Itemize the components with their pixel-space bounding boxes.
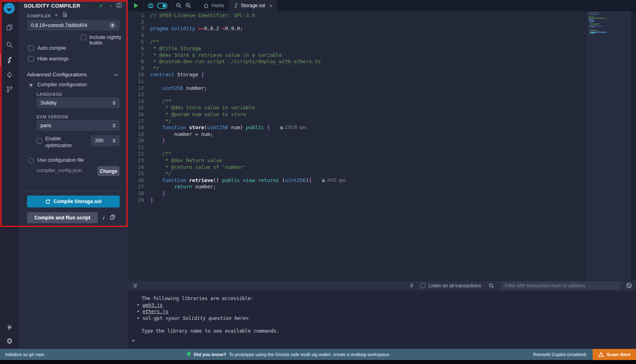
activity-bar bbox=[0, 0, 19, 349]
code-line[interactable]: 27 return number; bbox=[128, 184, 584, 190]
remix-logo[interactable] bbox=[4, 3, 15, 14]
evm-version-select[interactable]: paris bbox=[37, 120, 120, 131]
code-token: num) bbox=[228, 124, 246, 131]
solidity-compiler-icon[interactable] bbox=[0, 53, 19, 67]
code-line[interactable]: 10contract Storage { bbox=[128, 72, 584, 78]
code-token: */ bbox=[150, 170, 171, 177]
compile-and-run-button[interactable]: Compile and Run script bbox=[27, 212, 98, 223]
info-icon[interactable]: i bbox=[103, 215, 104, 221]
code-token: /** bbox=[150, 39, 159, 45]
auto-compile-label: Auto compile bbox=[37, 45, 66, 51]
code-line[interactable]: 16 * @param num value to store bbox=[128, 111, 584, 118]
collapse-terminal-icon[interactable] bbox=[130, 281, 140, 290]
hide-warnings-checkbox[interactable] bbox=[28, 56, 34, 62]
code-line[interactable]: 25 */ bbox=[128, 170, 584, 177]
code-line[interactable]: 23 * @dev Return value bbox=[128, 157, 584, 164]
code-token: public bbox=[246, 124, 267, 131]
panel-forward-chevron-icon[interactable]: › bbox=[110, 3, 111, 9]
code-line[interactable]: 22 /** bbox=[128, 151, 584, 157]
code-line[interactable]: 29} bbox=[128, 197, 584, 204]
scam-alert-button[interactable]: Scam Alert bbox=[593, 349, 636, 360]
plugin-manager-icon[interactable] bbox=[0, 320, 19, 334]
advanced-configurations-header[interactable]: Advanced Configurations bbox=[27, 72, 87, 77]
code-line[interactable]: 17 */ bbox=[128, 118, 584, 125]
search-icon[interactable] bbox=[0, 38, 19, 52]
ai-copilot-toggle[interactable] bbox=[155, 1, 169, 10]
code-line[interactable]: 18 function store(uint256 num) public {2… bbox=[128, 124, 584, 131]
initialize-git-repo-button[interactable]: Initialize as git repo bbox=[5, 352, 44, 357]
code-line[interactable]: 2 bbox=[128, 19, 584, 26]
enable-optimization-checkbox[interactable] bbox=[37, 138, 42, 143]
code-line[interactable]: 14 /** bbox=[128, 98, 584, 105]
line-number: 12 bbox=[128, 85, 150, 92]
code-line[interactable]: 8 * @custom:dev-run-script ./scripts/dep… bbox=[128, 58, 584, 65]
listen-all-transactions-checkbox[interactable] bbox=[420, 283, 425, 288]
code-line[interactable]: 24 * @return value of 'number' bbox=[128, 164, 584, 171]
code-line[interactable]: 1// SPDX-License-Identifier: GPL-3.0 bbox=[128, 12, 584, 19]
tab-home[interactable]: Home bbox=[199, 0, 229, 11]
code-editor[interactable]: 1// SPDX-License-Identifier: GPL-3.023pr… bbox=[128, 11, 636, 280]
close-tab-icon[interactable]: × bbox=[270, 3, 273, 9]
gas-estimate: 22520 gas bbox=[280, 124, 306, 131]
editor-minimap[interactable] bbox=[587, 11, 631, 280]
zoom-in-icon[interactable] bbox=[184, 1, 193, 10]
compiler-configuration-radio[interactable] bbox=[28, 82, 34, 88]
code-token bbox=[150, 85, 162, 92]
language-select[interactable]: Solidity bbox=[37, 97, 120, 108]
language-stepper-icon bbox=[112, 101, 116, 105]
compile-button[interactable]: Compile Storage.sol bbox=[27, 196, 120, 207]
code-line[interactable]: 26 function retrieve() public view retur… bbox=[128, 177, 584, 184]
copilot-status[interactable]: RemixAI Copilot (enabled) bbox=[533, 352, 586, 357]
code-token: * @dev Return value bbox=[150, 157, 222, 164]
code-line[interactable]: 21 bbox=[128, 144, 584, 151]
file-explorer-icon[interactable] bbox=[0, 21, 19, 34]
add-compiler-icon[interactable]: + bbox=[54, 11, 58, 18]
panel-divider bbox=[24, 191, 123, 192]
auto-compile-checkbox[interactable] bbox=[28, 45, 34, 51]
code-line[interactable]: 19 number = num; bbox=[128, 131, 584, 138]
code-line[interactable]: 3pragma solidity >=0.8.2 <0.9.0; bbox=[128, 25, 584, 32]
use-configuration-file-radio[interactable] bbox=[28, 158, 34, 163]
code-line[interactable]: 4 bbox=[128, 32, 584, 39]
copy-icon[interactable] bbox=[110, 215, 115, 221]
settings-gear-icon[interactable] bbox=[0, 334, 19, 347]
terminal-prompt[interactable]: > bbox=[132, 338, 135, 343]
remix-ai-robot-icon[interactable] bbox=[146, 1, 155, 10]
line-number: 16 bbox=[128, 111, 150, 118]
code-line[interactable]: 5/** bbox=[128, 39, 584, 45]
code-line[interactable]: 15 * @dev Store value in variable bbox=[128, 105, 584, 111]
code-line[interactable]: 6 * @title Storage bbox=[128, 45, 584, 52]
terminal-library-link[interactable]: web3.js bbox=[142, 302, 163, 308]
code-line[interactable]: 13 bbox=[128, 91, 584, 98]
compiler-version-select[interactable]: 0.8.19+commit.7dd6d404 bbox=[27, 20, 120, 31]
code-line[interactable]: 11 bbox=[128, 78, 584, 85]
tab-storage-sol[interactable]: Storage.sol × bbox=[229, 0, 277, 11]
transaction-filter-input[interactable] bbox=[501, 281, 620, 290]
optimization-runs-input[interactable]: 200 bbox=[91, 135, 120, 146]
zoom-out-icon[interactable] bbox=[174, 1, 184, 10]
compile-success-check-icon: ✓ bbox=[99, 3, 103, 9]
git-icon[interactable] bbox=[0, 83, 19, 96]
terminal-library-link[interactable]: ethers.js bbox=[142, 309, 168, 314]
code-line[interactable]: 7 * @dev Store & retrieve value in a var… bbox=[128, 52, 584, 59]
code-line[interactable]: 12 uint256 number; bbox=[128, 85, 584, 92]
include-nightly-checkbox[interactable] bbox=[81, 35, 86, 40]
code-line[interactable]: 28 } bbox=[128, 190, 584, 197]
listen-all-transactions-label: Listen on all transactions bbox=[429, 283, 481, 288]
chevron-down-icon[interactable] bbox=[114, 72, 118, 77]
change-config-button[interactable]: Change bbox=[97, 166, 120, 176]
line-number: 18 bbox=[128, 124, 150, 131]
run-script-play-button[interactable] bbox=[131, 1, 141, 10]
terminal-search-icon[interactable] bbox=[487, 281, 496, 290]
code-line[interactable]: 9 */ bbox=[128, 65, 584, 72]
deploy-and-run-icon[interactable] bbox=[0, 68, 19, 82]
editor-scrollbar[interactable] bbox=[631, 11, 636, 280]
clear-terminal-icon[interactable] bbox=[624, 281, 634, 290]
code-token: uint256 bbox=[285, 177, 306, 184]
code-token: >= bbox=[198, 25, 204, 32]
terminal-output[interactable]: The following libraries are accessible: … bbox=[128, 290, 636, 349]
open-file-icon[interactable] bbox=[62, 12, 67, 18]
split-view-icon[interactable] bbox=[116, 3, 122, 9]
code-token: ( bbox=[204, 124, 207, 131]
code-line[interactable]: 20 } bbox=[128, 137, 584, 144]
